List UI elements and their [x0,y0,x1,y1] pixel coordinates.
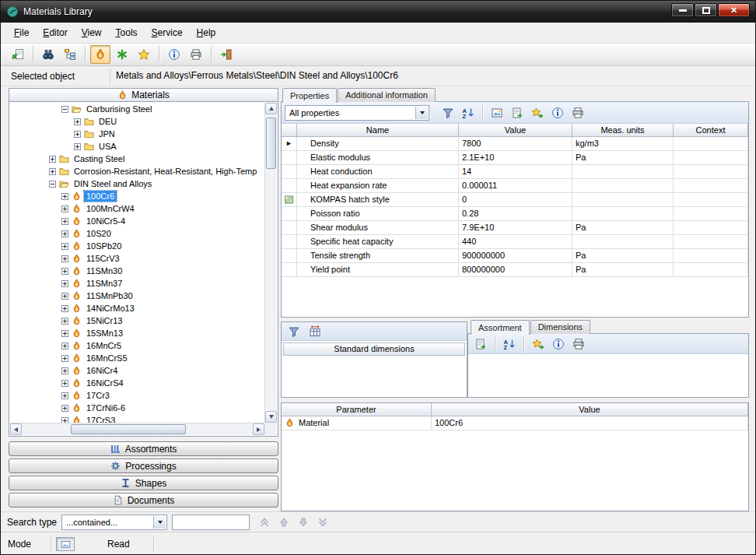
favorites-button[interactable] [134,45,154,64]
collapse-icon[interactable] [49,181,56,188]
materials-view-button[interactable] [90,45,110,64]
tree-item-label[interactable]: Carburising Steel [84,104,154,114]
expand-icon[interactable] [61,205,68,213]
tree-item[interactable]: 14NiCrMo13 [10,302,264,314]
tree-item-label[interactable]: 11SMnPb30 [84,290,135,301]
tree-item[interactable]: 11SMn30 [10,265,264,277]
expand-icon[interactable] [49,168,56,175]
object-info-button[interactable] [164,45,184,64]
expand-icon[interactable] [61,330,68,337]
tree-item-label[interactable]: DEU [96,116,119,127]
scroll-right-button[interactable] [253,423,264,435]
tree-item[interactable]: 16MnCr5 [10,339,264,352]
expand-icon[interactable] [61,293,68,300]
find-button[interactable] [38,45,58,64]
tab-dimensions[interactable]: Dimensions [530,320,590,334]
horizontal-scroll-thumb[interactable] [71,424,186,434]
expand-icon[interactable] [74,131,81,138]
tree-item-label[interactable]: 14NiCrMo13 [84,303,137,314]
sort-button[interactable]: AZ [500,335,519,353]
tree-item-label[interactable]: 16NiCr4 [84,365,120,376]
processings-button[interactable]: Processings [9,458,278,473]
expand-icon[interactable] [61,342,68,350]
scroll-up-button[interactable] [265,103,277,114]
assortments-button[interactable]: Assortments [9,441,278,456]
info-button[interactable] [548,104,567,121]
print-button[interactable] [569,335,588,353]
tree-item[interactable]: 16MnCrS5 [10,352,264,364]
expand-icon[interactable] [49,156,56,163]
tree-item[interactable]: DEU [10,115,264,128]
minimize-button[interactable] [671,3,694,17]
tree-item-label[interactable]: USA [96,141,119,152]
property-row[interactable]: Poisson ratio0.28 [282,207,748,221]
tree-item[interactable]: 100MnCrW4 [10,202,264,215]
tree-item[interactable]: 16NiCrS4 [10,377,264,389]
tree-item[interactable]: 15NiCr13 [10,314,264,327]
documents-button[interactable]: Documents [9,493,278,508]
tree-structure-button[interactable] [60,45,80,64]
collapse-icon[interactable] [61,106,68,113]
tab-additional-information[interactable]: Additional information [338,88,436,102]
tree-item-label[interactable]: Casting Steel [72,153,127,164]
search-type-combo[interactable]: ...contained... [61,515,167,530]
menu-service[interactable]: Service [145,25,190,40]
find-previous-button[interactable] [277,515,291,529]
tree-item-label[interactable]: 16MnCrS5 [84,353,130,364]
expand-icon[interactable] [61,280,68,287]
expand-icon[interactable] [61,268,68,275]
property-row[interactable]: Yield point800000000Pa [282,263,748,277]
search-input[interactable] [172,515,250,530]
expand-icon[interactable] [61,405,68,412]
scroll-left-button[interactable] [10,423,22,435]
tree-item-label[interactable]: 100MnCrW4 [84,203,137,214]
expand-icon[interactable] [74,118,81,125]
report-button[interactable] [488,104,506,121]
shapes-button[interactable]: Shapes [9,476,278,490]
expand-icon[interactable] [61,230,68,237]
info-button[interactable] [549,335,568,353]
tree-item[interactable]: Casting Steel [10,153,264,165]
export-button[interactable] [471,335,490,353]
tree-item-label[interactable]: 10SPb20 [84,241,124,251]
property-row[interactable]: Shear modulus7.9E+10Pa [282,221,748,235]
exit-button[interactable] [216,45,236,64]
parameter-row[interactable]: Material100Cr6 [282,416,748,430]
tree-item[interactable]: 15SMn13 [10,327,264,339]
pick-object-button[interactable] [8,45,28,64]
tree-item-label[interactable]: 17Cr3 [84,390,112,401]
menu-help[interactable]: Help [190,25,223,40]
mode-toggle-button[interactable] [56,537,75,551]
properties-filter-combo[interactable]: All properties [285,105,429,121]
tree-vertical-scrollbar[interactable] [264,103,277,423]
tree-horizontal-scrollbar[interactable] [10,423,264,435]
sort-button[interactable]: AZ [459,104,478,121]
tree-item[interactable]: Corrosion-Resistant, Heat-Resistant, Hig… [10,165,264,177]
property-row[interactable]: Heat expansion rate0.000011 [282,179,748,193]
tree-item[interactable]: 115CrV3 [10,252,264,265]
vertical-scroll-thumb[interactable] [266,118,276,169]
tree-item-label[interactable]: Corrosion-Resistant, Heat-Resistant, Hig… [72,166,259,177]
menu-file[interactable]: File [7,25,36,40]
property-row[interactable]: Tensile strength900000000Pa [282,249,748,263]
tree-item-label[interactable]: 100Cr6 [84,191,117,202]
expand-icon[interactable] [61,392,68,399]
tree-item-label[interactable]: 10NiCr5-4 [84,216,128,227]
filter-button[interactable] [285,323,303,340]
property-row[interactable]: ►Density7800kg/m3 [282,137,748,151]
tree-item[interactable]: DIN Steel and Alloys [10,177,264,190]
tree-item[interactable]: 11SMnPb30 [10,290,264,302]
expand-icon[interactable] [61,193,68,200]
expand-icon[interactable] [61,417,68,423]
add-favorite-button[interactable] [529,335,548,353]
expand-icon[interactable] [61,243,68,250]
tree-item-label[interactable]: 10S20 [84,228,114,239]
tree-item-label[interactable]: 17CrS3 [84,415,117,423]
menu-view[interactable]: View [75,25,109,40]
expand-icon[interactable] [61,305,68,312]
property-row[interactable]: Heat conduction14 [282,165,748,179]
tree-item-label[interactable]: 11SMn30 [84,265,124,276]
combo-dropdown-button[interactable] [415,107,428,119]
menu-editor[interactable]: Editor [36,25,74,40]
tree-item[interactable]: 17CrNi6-6 [10,402,264,414]
